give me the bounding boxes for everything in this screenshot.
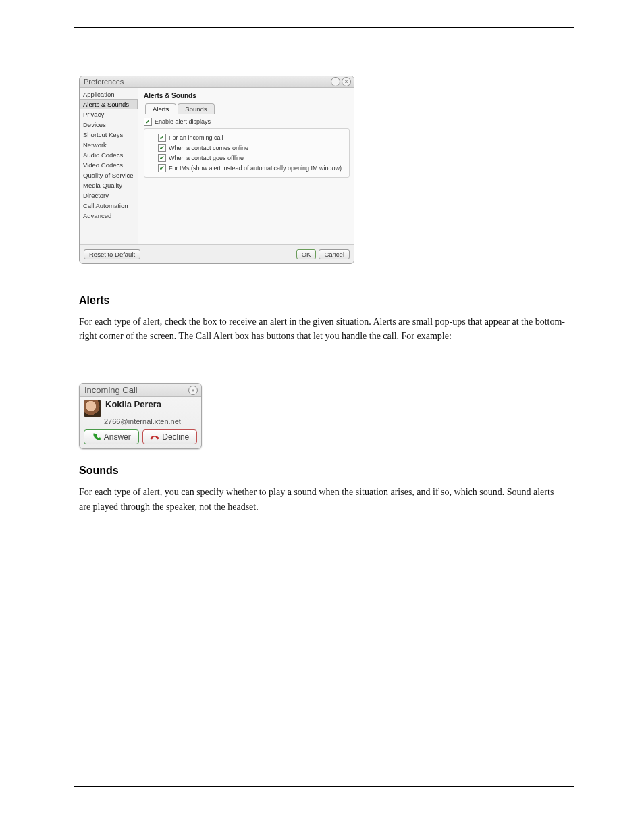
header-rule: [74, 27, 574, 28]
alert-option-contact-offline[interactable]: ✔ When a contact goes offline: [158, 154, 345, 162]
sidebar-item-alerts-sounds[interactable]: Alerts & Sounds: [80, 99, 138, 109]
heading-sounds: Sounds: [79, 463, 565, 479]
sidebar-item-privacy[interactable]: Privacy: [80, 109, 138, 120]
sidebar-item-shortcut-keys[interactable]: Shortcut Keys: [80, 130, 138, 140]
incoming-call-title: Incoming Call: [84, 385, 138, 395]
sidebar-item-qos[interactable]: Quality of Service: [80, 170, 138, 180]
checkbox-icon[interactable]: ✔: [144, 118, 152, 126]
contact-address: 2766@internal.xten.net: [104, 417, 197, 425]
preferences-main-panel: Alerts & Sounds Alerts Sounds ✔ Enable a…: [138, 88, 354, 244]
enable-alert-displays-row[interactable]: ✔ Enable alert displays: [144, 118, 350, 126]
alert-options-group: ✔ For an incoming call ✔ When a contact …: [144, 128, 350, 178]
checkbox-icon[interactable]: ✔: [158, 134, 166, 142]
alert-option-incoming-call[interactable]: ✔ For an incoming call: [158, 134, 345, 142]
answer-label: Answer: [104, 432, 131, 442]
checkbox-label: Enable alert displays: [155, 118, 211, 125]
preferences-titlebar[interactable]: Preferences – x: [80, 76, 354, 88]
alerts-sounds-tabs: Alerts Sounds: [145, 103, 350, 114]
tab-sounds[interactable]: Sounds: [178, 103, 214, 114]
preferences-footer: Reset to Default OK Cancel: [80, 244, 354, 263]
phone-icon: [92, 432, 101, 442]
sidebar-item-network[interactable]: Network: [80, 140, 138, 150]
alert-option-contact-online[interactable]: ✔ When a contact comes online: [158, 144, 345, 152]
checkbox-label: For IMs (show alert instead of automatic…: [169, 165, 342, 172]
hangup-icon: [150, 432, 159, 442]
alert-option-ims[interactable]: ✔ For IMs (show alert instead of automat…: [158, 164, 345, 172]
answer-button[interactable]: Answer: [84, 429, 139, 444]
tab-alerts[interactable]: Alerts: [145, 103, 176, 114]
close-icon[interactable]: x: [188, 386, 198, 395]
decline-button[interactable]: Decline: [142, 429, 198, 444]
ok-button[interactable]: OK: [296, 249, 317, 259]
sidebar-item-video-codecs[interactable]: Video Codecs: [80, 160, 138, 170]
sidebar-item-directory[interactable]: Directory: [80, 190, 138, 201]
contact-row: Kokila Perera: [84, 400, 197, 417]
heading-alerts: Alerts: [79, 292, 565, 309]
checkbox-icon[interactable]: ✔: [158, 144, 166, 152]
incoming-call-titlebar[interactable]: Incoming Call x: [80, 384, 201, 397]
checkbox-icon[interactable]: ✔: [158, 164, 166, 172]
sidebar-item-media-quality[interactable]: Media Quality: [80, 180, 138, 190]
preferences-sidebar: Application Alerts & Sounds Privacy Devi…: [80, 88, 138, 244]
incoming-call-window: Incoming Call x Kokila Perera 2766@inter…: [79, 383, 202, 449]
sidebar-item-application[interactable]: Application: [80, 89, 138, 99]
sidebar-item-call-automation[interactable]: Call Automation: [80, 201, 138, 211]
minimize-icon[interactable]: –: [331, 77, 340, 86]
sidebar-item-audio-codecs[interactable]: Audio Codecs: [80, 150, 138, 160]
decline-label: Decline: [162, 432, 189, 442]
paragraph-sounds: For each type of alert, you can specify …: [79, 485, 565, 514]
checkbox-label: When a contact goes offline: [169, 155, 244, 161]
sidebar-item-advanced[interactable]: Advanced: [80, 211, 138, 221]
paragraph-alerts: For each type of alert, check the box to…: [79, 315, 565, 344]
preferences-window: Preferences – x Application Alerts & Sou…: [79, 76, 354, 264]
sidebar-item-devices[interactable]: Devices: [80, 120, 138, 130]
checkbox-label: When a contact comes online: [169, 145, 248, 151]
cancel-button[interactable]: Cancel: [319, 249, 350, 259]
checkbox-label: For an incoming call: [169, 134, 223, 141]
contact-name: Kokila Perera: [105, 400, 161, 409]
footer-rule: [74, 786, 574, 787]
preferences-title: Preferences: [84, 78, 329, 86]
avatar: [84, 400, 101, 417]
checkbox-icon[interactable]: ✔: [158, 154, 166, 162]
reset-to-default-button[interactable]: Reset to Default: [84, 249, 140, 259]
panel-heading: Alerts & Sounds: [144, 92, 350, 99]
close-icon[interactable]: x: [342, 77, 351, 86]
